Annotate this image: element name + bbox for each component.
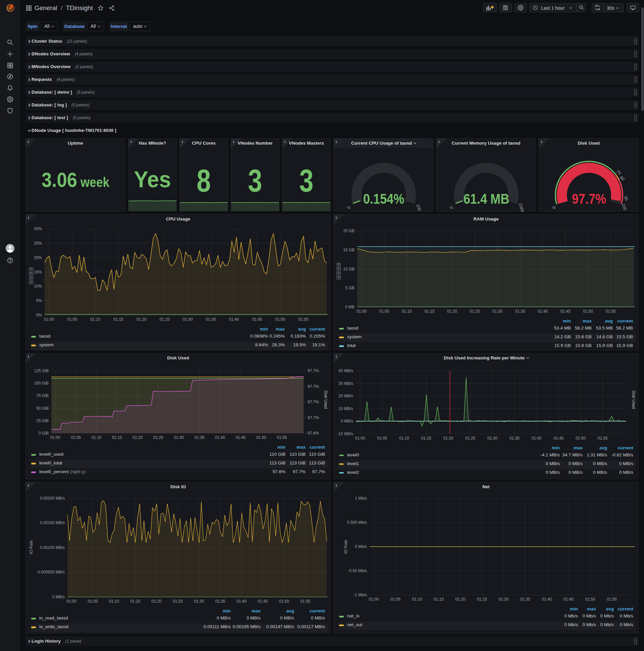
- svg-text:5 GB: 5 GB: [346, 285, 355, 290]
- svg-text:01:55: 01:55: [277, 435, 287, 440]
- svg-text:Disk Used: Disk Used: [323, 391, 328, 409]
- svg-text:30 MB/s: 30 MB/s: [339, 381, 353, 386]
- svg-text:01:35: 01:35: [510, 436, 520, 441]
- svg-text:01:50: 01:50: [256, 435, 266, 440]
- svg-text:0%: 0%: [36, 313, 42, 317]
- svg-text:0 Mb/s: 0 Mb/s: [355, 544, 367, 549]
- svg-text:01:05: 01:05: [377, 436, 387, 441]
- svg-text:0 MB/s: 0 MB/s: [341, 419, 353, 424]
- svg-text:01:55: 01:55: [300, 599, 310, 604]
- svg-text:01:15: 01:15: [421, 436, 431, 441]
- svg-text:10 MB/s: 10 MB/s: [339, 406, 353, 411]
- svg-text:01:30: 01:30: [183, 317, 193, 322]
- svg-text:10%: 10%: [34, 284, 42, 288]
- svg-text:-1 Mb/s: -1 Mb/s: [354, 593, 367, 597]
- svg-text:20%: 20%: [34, 255, 42, 260]
- svg-text:0.00200 MB/s: 0.00200 MB/s: [40, 496, 65, 501]
- svg-text:0.00100 MB/s: 0.00100 MB/s: [40, 545, 65, 550]
- svg-text:01:30: 01:30: [174, 435, 184, 440]
- svg-text:01:45: 01:45: [235, 435, 246, 440]
- svg-text:125 GiB: 125 GiB: [34, 368, 49, 373]
- svg-text:01:30: 01:30: [498, 597, 509, 602]
- svg-text:01:20: 01:20: [443, 436, 453, 441]
- svg-text:01:20: 01:20: [447, 309, 457, 314]
- svg-text:01:15: 01:15: [130, 599, 140, 604]
- svg-text:01:15: 01:15: [114, 317, 123, 322]
- svg-text:100 GiB: 100 GiB: [34, 381, 49, 385]
- svg-text:01:10: 01:10: [412, 597, 422, 602]
- svg-text:01:55: 01:55: [598, 436, 608, 441]
- svg-text:01:05: 01:05: [379, 309, 389, 314]
- svg-text:01:45: 01:45: [553, 436, 564, 441]
- svg-text:0 MB/s: 0 MB/s: [52, 595, 65, 599]
- svg-text:01:50: 01:50: [583, 309, 593, 314]
- svg-text:97.6%: 97.6%: [308, 431, 319, 436]
- svg-text:01:10: 01:10: [109, 599, 119, 604]
- svg-text:01:25: 01:25: [477, 597, 487, 602]
- svg-text:01:40: 01:40: [236, 599, 247, 604]
- svg-text:01:00: 01:00: [44, 317, 54, 322]
- svg-text:01:40: 01:40: [538, 309, 548, 314]
- svg-text:01:30: 01:30: [492, 309, 503, 314]
- svg-text:40 MB/s: 40 MB/s: [339, 368, 353, 373]
- svg-text:97.7%: 97.7%: [308, 400, 319, 404]
- svg-text:20 GB: 20 GB: [343, 228, 355, 233]
- svg-text:01:00: 01:00: [357, 309, 366, 314]
- svg-text:01:00: 01:00: [66, 599, 76, 604]
- svg-text:01:40: 01:40: [531, 436, 541, 441]
- svg-text:-10 MB/s: -10 MB/s: [337, 432, 353, 436]
- svg-text:01:30: 01:30: [194, 599, 204, 604]
- svg-text:01:20: 01:20: [136, 317, 147, 322]
- svg-text:01:55: 01:55: [606, 309, 616, 314]
- svg-text:10 GB: 10 GB: [343, 267, 355, 272]
- svg-text:01:25: 01:25: [160, 317, 170, 322]
- svg-text:01:45: 01:45: [560, 309, 571, 314]
- svg-text:50 GiB: 50 GiB: [36, 406, 49, 411]
- svg-text:1 Mb/s: 1 Mb/s: [355, 496, 367, 501]
- svg-text:0 MB: 0 MB: [345, 305, 355, 309]
- svg-text:01:25: 01:25: [173, 599, 183, 604]
- svg-text:01:45: 01:45: [564, 597, 574, 602]
- svg-text:25%: 25%: [34, 241, 42, 246]
- svg-text:01:00: 01:00: [368, 597, 379, 602]
- svg-text:01:25: 01:25: [470, 309, 480, 314]
- svg-text:01:25: 01:25: [465, 436, 475, 441]
- svg-text:Disk Used: Disk Used: [631, 391, 636, 409]
- svg-text:01:50: 01:50: [275, 317, 285, 322]
- svg-text:75 GiB: 75 GiB: [36, 393, 49, 398]
- svg-text:01:50: 01:50: [279, 599, 289, 604]
- svg-text:01:40: 01:40: [229, 317, 239, 322]
- svg-text:25 GiB: 25 GiB: [36, 418, 49, 423]
- svg-text:30%: 30%: [34, 226, 42, 231]
- svg-text:01:05: 01:05: [71, 435, 81, 440]
- svg-text:0.00150 MB/s: 0.00150 MB/s: [40, 521, 65, 525]
- svg-text:01:30: 01:30: [487, 436, 497, 441]
- svg-text:01:00: 01:00: [355, 436, 365, 441]
- svg-text:01:15: 01:15: [424, 309, 434, 314]
- svg-text:0.500 Mb/s: 0.500 Mb/s: [347, 520, 367, 525]
- svg-text:01:20: 01:20: [455, 597, 465, 602]
- svg-text:01:05: 01:05: [88, 599, 98, 604]
- svg-text:20 MB/s: 20 MB/s: [339, 394, 353, 398]
- svg-text:01:55: 01:55: [607, 597, 617, 602]
- svg-text:15%: 15%: [34, 270, 42, 275]
- svg-text:01:10: 01:10: [402, 309, 412, 314]
- svg-text:5%: 5%: [36, 298, 42, 303]
- svg-text:01:35: 01:35: [206, 317, 216, 322]
- svg-text:01:45: 01:45: [258, 599, 268, 604]
- svg-text:0 GiB: 0 GiB: [39, 431, 49, 436]
- svg-text:01:20: 01:20: [151, 599, 161, 604]
- svg-text:01:00: 01:00: [50, 435, 60, 440]
- svg-text:01:10: 01:10: [91, 435, 101, 440]
- svg-text:01:35: 01:35: [515, 309, 525, 314]
- svg-text:01:10: 01:10: [399, 436, 409, 441]
- svg-text:15 GB: 15 GB: [343, 248, 355, 252]
- svg-text:01:45: 01:45: [252, 317, 262, 322]
- svg-text:01:15: 01:15: [112, 435, 122, 440]
- svg-text:97.7%: 97.7%: [308, 368, 319, 373]
- svg-text:01:35: 01:35: [520, 597, 530, 602]
- svg-text:01:40: 01:40: [215, 435, 225, 440]
- svg-text:-0.50 Mb/s: -0.50 Mb/s: [348, 568, 367, 573]
- svg-text:01:50: 01:50: [576, 436, 586, 441]
- svg-text:01:05: 01:05: [390, 597, 400, 602]
